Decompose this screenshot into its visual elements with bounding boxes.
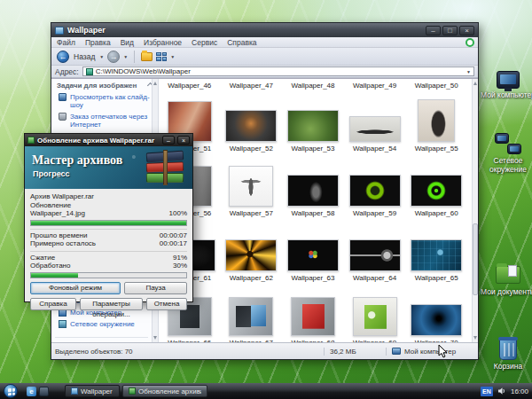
start-button[interactable]: [4, 384, 18, 398]
file-item[interactable]: Wallpaper_70: [405, 284, 467, 342]
file-item[interactable]: Wallpaper_59: [344, 154, 406, 219]
file-item[interactable]: Wallpaper_63: [282, 219, 344, 284]
file-item[interactable]: Wallpaper_47: [221, 79, 283, 90]
operation-name: Обновление: [30, 201, 71, 210]
thumbnail-image: [349, 239, 401, 271]
menu-tools[interactable]: Сервис: [192, 38, 217, 47]
close-button[interactable]: ×: [459, 26, 474, 35]
place-network[interactable]: Сетевое окружение: [51, 318, 152, 330]
desktop-icon-my-documents[interactable]: Мои документы: [480, 266, 532, 296]
file-item[interactable]: Wallpaper_67: [221, 284, 283, 342]
file-item[interactable]: Wallpaper_64: [344, 219, 406, 284]
views-dropdown-icon[interactable]: ▼: [170, 54, 175, 59]
file-item[interactable]: Wallpaper_68: [282, 284, 344, 342]
maximize-button[interactable]: □: [442, 26, 458, 35]
file-name: Wallpaper_54: [353, 145, 396, 153]
file-item[interactable]: Wallpaper_58: [282, 154, 344, 219]
books-icon: [146, 150, 185, 185]
quick-launch: e: [27, 387, 49, 396]
file-item[interactable]: Wallpaper_55: [405, 90, 467, 154]
scroll-up-icon[interactable]: [473, 82, 477, 85]
thumbnail-image: [411, 239, 462, 271]
desktop-icon-label: Сетевое окружение: [480, 156, 532, 174]
desktop-icon-my-computer[interactable]: Мой компьютер: [480, 71, 532, 99]
file-item[interactable]: Wallpaper_60: [405, 154, 467, 219]
thumbnail-image: [287, 110, 339, 142]
address-dropdown-icon[interactable]: ▼: [466, 69, 471, 74]
winrar-dialog: Обновление архива Wallpaper.rar – × Маст…: [24, 133, 193, 302]
taskbar-button-wallpaper[interactable]: Wallpaper: [65, 385, 120, 397]
help-button[interactable]: Справка: [30, 298, 76, 310]
file-percent: 100%: [169, 209, 187, 218]
menu-view[interactable]: Вид: [121, 38, 134, 47]
system-tray: EN 16:00: [481, 387, 528, 396]
file-item[interactable]: Wallpaper_50: [405, 79, 467, 90]
dialog-minimize-button[interactable]: –: [162, 136, 175, 145]
thumbnail-image: [225, 239, 277, 271]
toolbar-separator: [134, 51, 135, 63]
file-item[interactable]: Wallpaper_48: [282, 79, 344, 90]
menu-favorites[interactable]: Избранное: [144, 38, 182, 47]
desktop: Мой компьютер Сетевое окружение Мои доку…: [0, 0, 532, 399]
taskbar-button-archive[interactable]: Обновление архива...: [122, 385, 207, 397]
scroll-down-icon[interactable]: [153, 336, 157, 340]
desktop-icon-label: Мой компьютер: [480, 90, 532, 99]
forward-dropdown-icon[interactable]: ▼: [123, 54, 128, 59]
scroll-up-icon[interactable]: [153, 82, 157, 85]
divider: [30, 229, 187, 230]
back-button-label[interactable]: Назад: [74, 52, 95, 61]
file-item[interactable]: Wallpaper_52: [221, 90, 283, 154]
dialog-body: Архив Wallpaper.rar Обновление Wallpaper…: [25, 189, 192, 314]
menu-edit[interactable]: Правка: [85, 38, 111, 47]
file-item[interactable]: Wallpaper_65: [405, 219, 467, 284]
folder-up-icon[interactable]: [141, 52, 153, 61]
back-button-icon[interactable]: ←: [57, 51, 69, 63]
menu-file[interactable]: Файл: [57, 38, 75, 47]
file-item[interactable]: Wallpaper_53: [282, 90, 344, 154]
file-item[interactable]: Wallpaper_49: [344, 79, 406, 90]
operation-options-button[interactable]: Параметры операции...: [80, 298, 143, 310]
volume-icon[interactable]: [497, 387, 506, 395]
file-item[interactable]: Wallpaper_57: [221, 154, 283, 219]
mouse-cursor: [438, 344, 449, 359]
winrar-icon: [27, 137, 35, 144]
dialog-close-button[interactable]: ×: [177, 136, 190, 145]
cancel-button[interactable]: Отмена: [146, 298, 187, 310]
back-dropdown-icon[interactable]: ▼: [99, 54, 104, 59]
thumbnail-image: [225, 110, 277, 142]
grid-scrollbar[interactable]: [472, 79, 478, 342]
language-indicator[interactable]: EN: [481, 387, 493, 396]
file-name: Wallpaper_47: [230, 82, 273, 90]
dialog-title: Обновление архива Wallpaper.rar: [37, 137, 160, 145]
file-item[interactable]: Wallpaper_54: [344, 90, 406, 154]
desktop-icon-label: Мои документы: [480, 287, 532, 296]
task-order-prints[interactable]: Заказ отпечатков через Интернет: [51, 111, 158, 130]
desktop-icon-network[interactable]: Сетевое окружение: [480, 133, 532, 174]
pause-button[interactable]: Пауза: [124, 282, 187, 294]
taskbar: e Wallpaper Обновление архива... EN 16:0…: [0, 383, 532, 399]
show-desktop-icon[interactable]: [39, 387, 49, 396]
total-progress-bar: [30, 272, 187, 278]
scroll-down-icon[interactable]: [473, 336, 477, 340]
scrollbar-thumb[interactable]: [473, 223, 478, 294]
file-item[interactable]: Wallpaper_69: [344, 284, 406, 342]
file-name: Wallpaper_64: [353, 274, 396, 282]
address-input[interactable]: C:\WINDOWS\Web\Wallpaper ▼: [82, 66, 474, 76]
forward-button-icon[interactable]: →: [107, 51, 120, 63]
minimize-button[interactable]: –: [426, 26, 441, 35]
task-slideshow[interactable]: Просмотреть как слайд-шоу: [51, 91, 158, 111]
file-name: Wallpaper_49: [353, 82, 396, 90]
explorer-titlebar[interactable]: Wallpaper – □ ×: [51, 23, 478, 37]
internet-explorer-icon[interactable]: e: [27, 387, 36, 396]
views-icon[interactable]: [156, 52, 167, 61]
tasks-section-header[interactable]: Задачи для изображен: [51, 79, 158, 91]
taskbar-tasks: Wallpaper Обновление архива...: [65, 385, 477, 397]
clock[interactable]: 16:00: [511, 387, 528, 395]
background-mode-button[interactable]: Фоновый режим: [30, 282, 121, 294]
desktop-icon-recycle-bin[interactable]: Корзина: [480, 339, 532, 371]
file-item[interactable]: Wallpaper_62: [221, 219, 283, 284]
dialog-titlebar[interactable]: Обновление архива Wallpaper.rar – ×: [25, 134, 192, 146]
dialog-header: Мастер архивов Прогресс: [25, 146, 192, 189]
menu-help[interactable]: Справка: [227, 38, 256, 47]
file-item[interactable]: Wallpaper_46: [159, 79, 221, 90]
